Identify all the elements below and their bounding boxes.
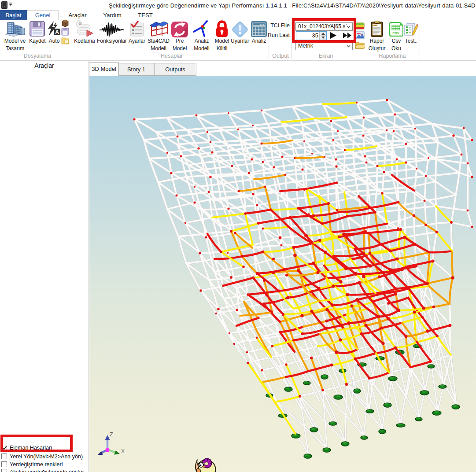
svg-text:Z: Z: [110, 431, 113, 438]
svg-text:A: A: [55, 29, 59, 35]
svg-text:X: X: [121, 448, 125, 454]
svg-text:CSV: CSV: [392, 31, 399, 35]
